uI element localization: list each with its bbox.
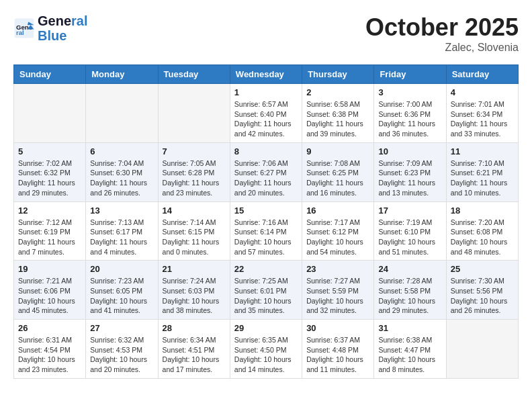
logo: Gene ral General Blue <box>13 13 88 43</box>
svg-text:ral: ral <box>16 29 24 36</box>
calendar-header-row: SundayMondayTuesdayWednesdayThursdayFrid… <box>14 65 519 84</box>
month-title: October 2025 <box>365 13 519 42</box>
day-number: 22 <box>234 264 298 274</box>
day-info: Sunrise: 7:09 AM Sunset: 6:23 PM Dayligh… <box>378 158 441 198</box>
day-number: 3 <box>378 87 441 97</box>
day-info: Sunrise: 7:27 AM Sunset: 5:59 PM Dayligh… <box>306 276 369 316</box>
day-info: Sunrise: 7:24 AM Sunset: 6:03 PM Dayligh… <box>163 276 226 316</box>
location: Zalec, Slovenia <box>365 42 519 54</box>
calendar-cell <box>446 320 518 379</box>
calendar-cell: 11Sunrise: 7:10 AM Sunset: 6:21 PM Dayli… <box>446 142 518 201</box>
calendar-cell: 31Sunrise: 6:38 AM Sunset: 4:47 PM Dayli… <box>374 320 446 379</box>
calendar-header-sunday: Sunday <box>14 65 86 84</box>
day-number: 24 <box>378 264 441 274</box>
day-info: Sunrise: 6:57 AM Sunset: 6:40 PM Dayligh… <box>234 99 298 139</box>
calendar-cell: 16Sunrise: 7:17 AM Sunset: 6:12 PM Dayli… <box>302 201 374 261</box>
day-number: 29 <box>234 323 298 333</box>
day-info: Sunrise: 7:04 AM Sunset: 6:30 PM Dayligh… <box>90 158 153 198</box>
calendar-header-wednesday: Wednesday <box>230 65 302 84</box>
day-number: 9 <box>306 146 369 156</box>
calendar-cell: 19Sunrise: 7:21 AM Sunset: 6:06 PM Dayli… <box>14 261 86 320</box>
calendar-cell: 27Sunrise: 6:32 AM Sunset: 4:53 PM Dayli… <box>86 320 158 379</box>
calendar-cell: 10Sunrise: 7:09 AM Sunset: 6:23 PM Dayli… <box>374 142 446 201</box>
day-info: Sunrise: 7:21 AM Sunset: 6:06 PM Dayligh… <box>18 276 81 316</box>
calendar-cell: 2Sunrise: 6:58 AM Sunset: 6:38 PM Daylig… <box>302 84 374 143</box>
day-number: 27 <box>90 323 153 333</box>
calendar-cell: 3Sunrise: 7:00 AM Sunset: 6:36 PM Daylig… <box>374 84 446 143</box>
title-block: October 2025 Zalec, Slovenia <box>365 13 519 54</box>
day-number: 6 <box>90 146 153 156</box>
day-info: Sunrise: 7:30 AM Sunset: 5:56 PM Dayligh… <box>451 276 514 316</box>
day-number: 2 <box>306 87 369 97</box>
day-info: Sunrise: 6:32 AM Sunset: 4:53 PM Dayligh… <box>90 335 153 375</box>
calendar-header-tuesday: Tuesday <box>158 65 230 84</box>
logo-icon: Gene ral <box>13 17 35 39</box>
calendar-header-saturday: Saturday <box>446 65 518 84</box>
day-info: Sunrise: 6:35 AM Sunset: 4:50 PM Dayligh… <box>234 335 298 375</box>
calendar-cell: 15Sunrise: 7:16 AM Sunset: 6:14 PM Dayli… <box>230 201 302 261</box>
calendar-cell: 26Sunrise: 6:31 AM Sunset: 4:54 PM Dayli… <box>14 320 86 379</box>
calendar-cell: 4Sunrise: 7:01 AM Sunset: 6:34 PM Daylig… <box>446 84 518 143</box>
day-info: Sunrise: 7:13 AM Sunset: 6:17 PM Dayligh… <box>90 218 153 257</box>
day-number: 13 <box>90 205 153 216</box>
day-info: Sunrise: 7:25 AM Sunset: 6:01 PM Dayligh… <box>234 276 298 316</box>
calendar-week-4: 19Sunrise: 7:21 AM Sunset: 6:06 PM Dayli… <box>14 261 519 320</box>
day-info: Sunrise: 7:28 AM Sunset: 5:58 PM Dayligh… <box>378 276 441 316</box>
day-info: Sunrise: 7:10 AM Sunset: 6:21 PM Dayligh… <box>451 158 514 198</box>
day-number: 19 <box>18 264 81 274</box>
day-info: Sunrise: 7:00 AM Sunset: 6:36 PM Dayligh… <box>378 99 441 139</box>
calendar-cell <box>158 84 230 143</box>
day-info: Sunrise: 7:14 AM Sunset: 6:15 PM Dayligh… <box>163 218 226 257</box>
day-number: 15 <box>234 205 298 216</box>
calendar-cell <box>14 84 86 143</box>
day-number: 23 <box>306 264 369 274</box>
day-info: Sunrise: 7:23 AM Sunset: 6:05 PM Dayligh… <box>90 276 153 316</box>
day-info: Sunrise: 6:58 AM Sunset: 6:38 PM Dayligh… <box>306 99 369 139</box>
calendar-cell: 9Sunrise: 7:08 AM Sunset: 6:25 PM Daylig… <box>302 142 374 201</box>
calendar-cell: 25Sunrise: 7:30 AM Sunset: 5:56 PM Dayli… <box>446 261 518 320</box>
day-number: 31 <box>378 323 441 333</box>
calendar-cell: 14Sunrise: 7:14 AM Sunset: 6:15 PM Dayli… <box>158 201 230 261</box>
calendar-header-friday: Friday <box>374 65 446 84</box>
calendar-cell: 29Sunrise: 6:35 AM Sunset: 4:50 PM Dayli… <box>230 320 302 379</box>
day-number: 14 <box>163 205 226 216</box>
calendar-cell: 21Sunrise: 7:24 AM Sunset: 6:03 PM Dayli… <box>158 261 230 320</box>
calendar-week-2: 5Sunrise: 7:02 AM Sunset: 6:32 PM Daylig… <box>14 142 519 201</box>
calendar-cell: 17Sunrise: 7:19 AM Sunset: 6:10 PM Dayli… <box>374 201 446 261</box>
calendar-cell: 20Sunrise: 7:23 AM Sunset: 6:05 PM Dayli… <box>86 261 158 320</box>
day-number: 17 <box>378 205 441 216</box>
day-number: 16 <box>306 205 369 216</box>
day-number: 18 <box>451 205 514 216</box>
calendar-cell: 24Sunrise: 7:28 AM Sunset: 5:58 PM Dayli… <box>374 261 446 320</box>
day-info: Sunrise: 7:01 AM Sunset: 6:34 PM Dayligh… <box>451 99 514 139</box>
day-number: 1 <box>234 87 298 97</box>
calendar-cell: 5Sunrise: 7:02 AM Sunset: 6:32 PM Daylig… <box>14 142 86 201</box>
calendar-cell: 22Sunrise: 7:25 AM Sunset: 6:01 PM Dayli… <box>230 261 302 320</box>
calendar-cell: 1Sunrise: 6:57 AM Sunset: 6:40 PM Daylig… <box>230 84 302 143</box>
day-info: Sunrise: 6:31 AM Sunset: 4:54 PM Dayligh… <box>18 335 81 375</box>
day-info: Sunrise: 7:06 AM Sunset: 6:27 PM Dayligh… <box>234 158 298 198</box>
calendar-cell: 12Sunrise: 7:12 AM Sunset: 6:19 PM Dayli… <box>14 201 86 261</box>
day-info: Sunrise: 7:12 AM Sunset: 6:19 PM Dayligh… <box>18 218 81 257</box>
logo-text: General Blue <box>38 13 88 43</box>
calendar-cell: 13Sunrise: 7:13 AM Sunset: 6:17 PM Dayli… <box>86 201 158 261</box>
calendar-cell: 23Sunrise: 7:27 AM Sunset: 5:59 PM Dayli… <box>302 261 374 320</box>
calendar-week-1: 1Sunrise: 6:57 AM Sunset: 6:40 PM Daylig… <box>14 84 519 143</box>
calendar-header-thursday: Thursday <box>302 65 374 84</box>
day-number: 26 <box>18 323 81 333</box>
day-info: Sunrise: 7:16 AM Sunset: 6:14 PM Dayligh… <box>234 218 298 257</box>
calendar-week-5: 26Sunrise: 6:31 AM Sunset: 4:54 PM Dayli… <box>14 320 519 379</box>
calendar-header-monday: Monday <box>86 65 158 84</box>
day-info: Sunrise: 6:34 AM Sunset: 4:51 PM Dayligh… <box>163 335 226 375</box>
day-number: 4 <box>451 87 514 97</box>
calendar-cell: 18Sunrise: 7:20 AM Sunset: 6:08 PM Dayli… <box>446 201 518 261</box>
day-number: 30 <box>306 323 369 333</box>
calendar-week-3: 12Sunrise: 7:12 AM Sunset: 6:19 PM Dayli… <box>14 201 519 261</box>
calendar-cell: 6Sunrise: 7:04 AM Sunset: 6:30 PM Daylig… <box>86 142 158 201</box>
day-number: 20 <box>90 264 153 274</box>
calendar-cell: 8Sunrise: 7:06 AM Sunset: 6:27 PM Daylig… <box>230 142 302 201</box>
day-info: Sunrise: 6:37 AM Sunset: 4:48 PM Dayligh… <box>306 335 369 375</box>
calendar-cell <box>86 84 158 143</box>
header: Gene ral General Blue October 2025 Zalec… <box>13 13 519 54</box>
day-number: 7 <box>163 146 226 156</box>
